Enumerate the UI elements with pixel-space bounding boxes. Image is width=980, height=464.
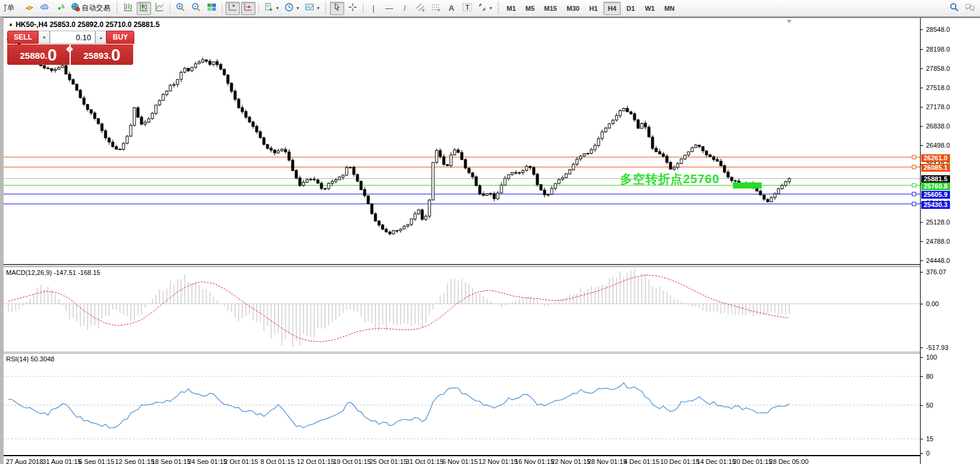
- one-click-trade-panel: SELL ▼ 0.10 ▲ BUY 25880.0 25893.0: [7, 31, 134, 65]
- macd-chart[interactable]: [4, 267, 920, 351]
- axis-tick-mark: [921, 272, 923, 273]
- sell-button[interactable]: SELL: [7, 31, 38, 44]
- text-button[interactable]: A: [444, 2, 459, 15]
- volume-step-up-button[interactable]: ▲: [95, 31, 107, 44]
- toolbar-separator: [258, 3, 259, 14]
- dropdown-caret-icon[interactable]: ▼: [296, 6, 300, 10]
- macd-axis-tick: -517.93: [926, 344, 948, 351]
- axis-tick-mark: [921, 453, 923, 454]
- axis-tick-mark: [921, 261, 923, 261]
- price-chart-pane[interactable]: ▲HK50-,H4 25853.0 25892.0 25710.0 25881.…: [4, 18, 920, 265]
- svg-text:E: E: [422, 8, 425, 12]
- price-line-label[interactable]: 25605.9: [921, 191, 950, 199]
- channel-button[interactable]: E: [413, 2, 428, 15]
- buy-price-display[interactable]: 25893.0: [71, 44, 133, 65]
- price-axis-tick: 28548.0: [926, 26, 950, 33]
- trendline-button[interactable]: /: [398, 2, 412, 15]
- time-axis-label: 10 Dec 01:15: [660, 458, 699, 464]
- time-axis-label: 22 Nov 01:15: [551, 458, 590, 464]
- fibonacci-button[interactable]: F: [429, 2, 443, 15]
- timeframe-button-m5[interactable]: M5: [521, 2, 539, 15]
- chat-bubbles-icon: [964, 2, 975, 14]
- price-axis[interactable]: 28548.028198.027858.027518.027178.026838…: [920, 18, 980, 464]
- trendline-icon: /: [404, 4, 406, 13]
- auto-scroll-icon: [244, 2, 253, 14]
- autotrading-button[interactable]: 自动交易: [69, 2, 113, 15]
- price-line-label[interactable]: 25760.8: [921, 182, 950, 190]
- new-order-button[interactable]: ▼: [262, 2, 281, 15]
- pivot-annotation-text[interactable]: 多空转折点25760: [620, 171, 720, 187]
- timeframe-button-h1[interactable]: H1: [585, 2, 602, 15]
- cursor-button[interactable]: [330, 2, 344, 15]
- time-axis-label: 12 Oct 01:15: [297, 458, 335, 464]
- fibonacci-icon: F: [431, 2, 441, 14]
- new-order-label-clipped[interactable]: 订单: [4, 3, 20, 13]
- dropdown-caret-icon[interactable]: ▼: [489, 6, 493, 10]
- timeframe-button-mn[interactable]: MN: [660, 2, 679, 15]
- search-button[interactable]: [947, 2, 961, 15]
- zoom-out-button[interactable]: [189, 2, 203, 15]
- auto-scroll-button[interactable]: [241, 2, 255, 15]
- price-line-label[interactable]: 26085.1: [921, 164, 950, 172]
- volume-input[interactable]: 0.10: [50, 31, 95, 44]
- rsi-chart[interactable]: [4, 354, 920, 455]
- time-axis-label: 8 Oct 01:15: [260, 458, 294, 464]
- rsi-pane[interactable]: RSI(14) 50.3048: [4, 354, 920, 456]
- text-label-icon: T: [462, 2, 473, 14]
- rsi-axis-tick: 100: [926, 354, 937, 361]
- candlestick-chart-button[interactable]: [137, 2, 151, 15]
- svg-text:T: T: [465, 4, 470, 11]
- timeframe-button-h4[interactable]: H4: [603, 2, 621, 15]
- dropdown-caret-icon[interactable]: ▼: [316, 6, 320, 10]
- buy-button[interactable]: BUY: [106, 31, 134, 44]
- crosshair-button[interactable]: [345, 2, 360, 15]
- price-axis-tick: 24448.0: [926, 257, 950, 264]
- autotrading-icon: [71, 2, 80, 14]
- time-axis[interactable]: 27 Aug 201831 Aug 01:156 Sep 01:1512 Sep…: [4, 456, 920, 464]
- text-label-button[interactable]: T: [460, 2, 474, 15]
- timeframe-button-m30[interactable]: M30: [563, 2, 584, 15]
- dropdown-caret-icon[interactable]: ▼: [275, 6, 279, 10]
- pivot-annotation-bar[interactable]: [733, 182, 762, 188]
- zoom-in-button[interactable]: [173, 2, 188, 15]
- timeframe-button-w1[interactable]: W1: [641, 2, 659, 15]
- chart-title-ohlc: 25853.0 25892.0 25710.0 25881.5: [50, 20, 160, 29]
- macd-pane[interactable]: MACD(12,26,9) -147.51 -168.15: [4, 267, 920, 352]
- axis-tick-mark: [921, 88, 923, 88]
- time-axis-label: 16 Nov 01:15: [515, 458, 554, 464]
- cursor-icon: [332, 2, 342, 14]
- price-axis-tick: 24788.0: [926, 238, 950, 245]
- line-chart-button[interactable]: [152, 2, 167, 15]
- time-axis-label: 4 Dec 01:15: [624, 458, 659, 464]
- price-line-label[interactable]: 25430.3: [921, 201, 950, 209]
- vertical-line-button[interactable]: |: [366, 2, 381, 15]
- toolbar-grip[interactable]: [497, 2, 500, 14]
- timeframe-button-m15[interactable]: M15: [540, 2, 561, 15]
- sell-price-display[interactable]: 25880.0: [7, 44, 70, 65]
- chart-window: ▲HK50-,H4 25853.0 25892.0 25710.0 25881.…: [0, 17, 980, 464]
- time-axis-label: 19 Oct 01:15: [333, 458, 371, 464]
- volume-step-down-button[interactable]: ▼: [38, 31, 50, 44]
- indicators-button[interactable]: ▼: [303, 2, 322, 15]
- period-clock-button[interactable]: ▼: [282, 2, 302, 15]
- toolbar-grip[interactable]: [116, 2, 119, 14]
- tile-windows-button[interactable]: [205, 2, 219, 15]
- cloud-icon: [40, 2, 50, 14]
- price-line-label[interactable]: 26261.0: [921, 154, 950, 162]
- arrows-button[interactable]: ▼: [476, 2, 495, 15]
- profiles-icon-button[interactable]: [38, 2, 52, 15]
- bar-chart-button[interactable]: [121, 2, 136, 15]
- timeframe-button-m1[interactable]: M1: [503, 2, 520, 15]
- axis-tick-mark: [921, 241, 923, 242]
- toolbar-grip[interactable]: [324, 2, 327, 14]
- favorites-icon-button[interactable]: [22, 2, 37, 15]
- chart-collapse-icon[interactable]: ▲: [8, 22, 13, 27]
- timeframe-button-d1[interactable]: D1: [622, 2, 639, 15]
- chart-shift-button[interactable]: [226, 2, 240, 15]
- horizontal-line-button[interactable]: —: [382, 2, 396, 15]
- candlestick-chart[interactable]: [4, 18, 920, 264]
- signals-icon-button[interactable]: [53, 2, 68, 15]
- toolbar-separator: [170, 3, 170, 14]
- chat-button[interactable]: [963, 2, 977, 15]
- text-icon: A: [449, 4, 454, 13]
